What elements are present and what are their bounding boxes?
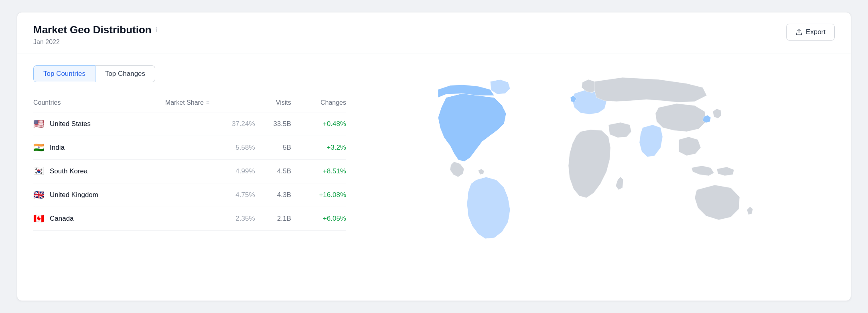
data-table: Countries Market Share ≡ Visits [33, 95, 346, 231]
change-4: +6.05% [291, 207, 346, 231]
change-3: +16.08% [291, 183, 346, 207]
world-map [362, 65, 835, 266]
market-geo-distribution-card: Market Geo Distribution i Jan 2022 Expor… [17, 12, 851, 301]
tab-top-countries[interactable]: Top Countries [33, 65, 95, 82]
market-share-4: 2.35% [165, 207, 255, 231]
flag-0: 🇺🇸 [33, 120, 44, 128]
left-panel: Top Countries Top Changes Countries M [33, 65, 346, 266]
country-cell-1: 🇮🇳 India [33, 136, 165, 160]
col-header-visits: Visits [255, 95, 291, 112]
card-title: Market Geo Distribution i [33, 24, 157, 36]
country-name-4: Canada [50, 215, 74, 223]
market-share-2: 4.99% [165, 160, 255, 183]
market-share-3: 4.75% [165, 183, 255, 207]
table-row: 🇮🇳 India 5.58% 5B +3.2% [33, 136, 346, 160]
card-body: Top Countries Top Changes Countries M [17, 53, 851, 278]
country-name-2: South Korea [50, 167, 88, 175]
country-name-0: United States [50, 120, 91, 128]
visits-4: 2.1B [255, 207, 291, 231]
change-1: +3.2% [291, 136, 346, 160]
col-header-changes: Changes [291, 95, 346, 112]
info-icon[interactable]: i [156, 26, 157, 34]
visits-1: 5B [255, 136, 291, 160]
change-0: +0.48% [291, 112, 346, 136]
table-row: 🇺🇸 United States 37.24% 33.5B +0.48% [33, 112, 346, 136]
country-cell-0: 🇺🇸 United States [33, 112, 165, 136]
country-cell-4: 🇨🇦 Canada [33, 207, 165, 231]
title-text: Market Geo Distribution [33, 24, 152, 36]
tab-top-changes[interactable]: Top Changes [95, 65, 155, 82]
flag-2: 🇰🇷 [33, 167, 44, 176]
visits-2: 4.5B [255, 160, 291, 183]
country-name-1: India [50, 144, 65, 152]
flag-3: 🇬🇧 [33, 191, 44, 199]
header-left: Market Geo Distribution i Jan 2022 [33, 24, 157, 46]
table-row: 🇨🇦 Canada 2.35% 2.1B +6.05% [33, 207, 346, 231]
world-map-svg [362, 65, 835, 266]
tabs: Top Countries Top Changes [33, 65, 346, 82]
export-label: Export [806, 28, 825, 36]
export-button[interactable]: Export [786, 24, 835, 41]
country-name-3: United Kingdom [50, 191, 98, 199]
card-header: Market Geo Distribution i Jan 2022 Expor… [17, 12, 851, 53]
country-cell-2: 🇰🇷 South Korea [33, 160, 165, 183]
export-icon [795, 28, 803, 36]
col-header-countries: Countries [33, 95, 165, 112]
table-row: 🇰🇷 South Korea 4.99% 4.5B +8.51% [33, 160, 346, 183]
flag-1: 🇮🇳 [33, 143, 44, 152]
right-panel [346, 65, 835, 266]
visits-3: 4.3B [255, 183, 291, 207]
col-header-market-share: Market Share ≡ [165, 95, 255, 112]
country-cell-3: 🇬🇧 United Kingdom [33, 183, 165, 207]
card-subtitle: Jan 2022 [33, 39, 157, 46]
filter-icon[interactable]: ≡ [206, 100, 209, 106]
market-share-0: 37.24% [165, 112, 255, 136]
visits-0: 33.5B [255, 112, 291, 136]
change-2: +8.51% [291, 160, 346, 183]
flag-4: 🇨🇦 [33, 214, 44, 223]
market-share-1: 5.58% [165, 136, 255, 160]
table-row: 🇬🇧 United Kingdom 4.75% 4.3B +16.08% [33, 183, 346, 207]
